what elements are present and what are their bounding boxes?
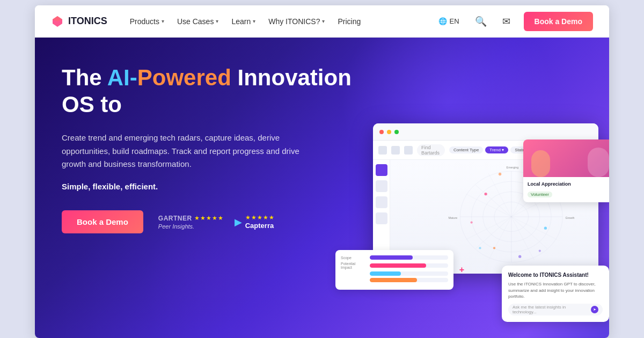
svg-point-19: [499, 173, 501, 175]
timeline-label-scope: Scope: [341, 256, 368, 260]
nav-products[interactable]: Products ▾: [125, 14, 170, 29]
svg-point-14: [544, 227, 547, 230]
sidebar-icon-1[interactable]: [376, 180, 387, 192]
language-label: EN: [449, 17, 459, 25]
hero-description: Create trend and emerging tech radars, c…: [62, 131, 309, 171]
logo-text: ITONICS: [68, 16, 107, 27]
timeline-row-3: [341, 271, 448, 276]
svg-point-16: [518, 255, 521, 258]
svg-text:Mature: Mature: [449, 216, 458, 219]
capterra-badge: ▶ ★★★★★ Capterra: [235, 214, 275, 230]
plus-icon: +: [459, 265, 464, 275]
hero-cta-row: Book a Demo Gartner ★★★★★ Peer Insights.…: [62, 210, 352, 233]
search-icon: 🔍: [475, 16, 487, 27]
timeline-bar-4: [370, 278, 417, 282]
toolbar-search[interactable]: Find Bartards: [417, 144, 445, 156]
timeline-card: Scope Potential Impact: [335, 250, 453, 290]
peer-insights-label: Peer Insights.: [158, 223, 224, 230]
search-button[interactable]: 🔍: [472, 13, 489, 30]
capterra-name: Capterra: [245, 222, 275, 230]
gartner-badge: Gartner ★★★★★ Peer Insights.: [158, 215, 224, 230]
toolbar-icon-3: [404, 146, 413, 155]
ai-send-button[interactable]: ➤: [591, 306, 598, 313]
nav-pricing[interactable]: Pricing: [332, 14, 366, 29]
card-local-tag: Volunteer: [528, 192, 552, 197]
card-body: Local Appreciation Volunteer: [523, 177, 609, 202]
send-icon: ➤: [593, 307, 596, 312]
card-person-2: [531, 150, 550, 177]
sidebar-icon-3[interactable]: [376, 212, 387, 224]
page-wrapper: ITONICS Products ▾ Use Cases ▾ Learn ▾ W…: [35, 5, 609, 338]
gartner-stars: ★★★★★: [194, 215, 224, 222]
timeline-bar-1: [370, 255, 413, 260]
nav-actions: 🌐 EN 🔍 ✉ Book a Demo: [434, 12, 593, 31]
card-image: [523, 139, 609, 177]
timeline-bar-3: [370, 271, 401, 276]
hero-section: The AI-Powered Innovation OS to Create t…: [35, 38, 609, 338]
local-appreciation-card: Local Appreciation Volunteer: [523, 139, 609, 202]
svg-point-15: [493, 247, 495, 249]
window-dot-red: [379, 130, 384, 134]
svg-point-20: [539, 249, 541, 252]
sidebar-icon-active[interactable]: [376, 164, 387, 176]
nav-learn[interactable]: Learn ▾: [226, 14, 261, 29]
capterra-stars: ★★★★★: [245, 214, 275, 221]
svg-text:Growth: Growth: [566, 216, 575, 219]
hero-powered-text: Powered: [137, 65, 231, 90]
timeline-bar-wrap-4: [370, 278, 448, 282]
hero-content: The AI-Powered Innovation OS to Create t…: [62, 64, 352, 233]
svg-point-21: [479, 247, 481, 249]
nav-use-cases[interactable]: Use Cases ▾: [172, 14, 224, 29]
gartner-label: Gartner: [158, 215, 192, 222]
svg-text:Emerging: Emerging: [507, 166, 519, 169]
hero-visuals: Find Bartards Content Type Trend ▾ Statu…: [330, 113, 609, 338]
timeline-row-4: [341, 278, 448, 282]
language-selector[interactable]: 🌐 EN: [434, 15, 463, 27]
ai-input-placeholder: Ask me the latest insights in technology…: [513, 305, 589, 314]
hero-title-part1: The: [62, 65, 107, 90]
book-demo-button-nav[interactable]: Book a Demo: [524, 12, 593, 31]
window-dot-green: [394, 130, 399, 134]
nav-products-label: Products: [130, 17, 159, 26]
app-header: [373, 123, 598, 141]
nav-why-label: Why ITONICS?: [268, 17, 320, 26]
ai-panel-title: Welcome to ITONICS Assistant!: [508, 272, 603, 278]
capterra-arrow-icon: ▶: [235, 216, 242, 228]
nav-use-cases-label: Use Cases: [177, 17, 214, 26]
svg-point-13: [484, 193, 487, 195]
book-demo-button-hero[interactable]: Book a Demo: [62, 210, 143, 233]
navbar: ITONICS Products ▾ Use Cases ▾ Learn ▾ W…: [35, 5, 609, 38]
nav-why-itonics[interactable]: Why ITONICS? ▾: [263, 14, 330, 29]
timeline-label-potential: Potential Impact: [341, 262, 368, 269]
toolbar-icon-2: [391, 146, 400, 155]
sidebar-icon-2[interactable]: [376, 196, 387, 208]
svg-point-17: [470, 221, 472, 223]
toolbar-icon-1: [378, 146, 387, 155]
chevron-down-icon-2: ▾: [216, 18, 218, 24]
toolbar-search-text: Find Bartards: [421, 145, 441, 156]
chevron-down-icon: ▾: [162, 18, 164, 24]
timeline-row-2: Potential Impact: [341, 262, 448, 269]
logo[interactable]: ITONICS: [51, 15, 107, 28]
logo-icon: [51, 15, 64, 28]
social-proof: Gartner ★★★★★ Peer Insights. ▶ ★★★★★ Cap…: [158, 214, 275, 230]
card-person-1: [588, 148, 609, 177]
timeline-bar-2: [370, 263, 426, 268]
nav-learn-label: Learn: [231, 17, 251, 26]
hero-title: The AI-Powered Innovation OS to: [62, 64, 352, 119]
card-local-title: Local Appreciation: [528, 181, 609, 187]
timeline-bar-wrap-3: [370, 271, 448, 276]
globe-icon: 🌐: [438, 17, 447, 25]
filter-pill-content-type[interactable]: Content Type: [449, 146, 483, 153]
timeline-row-1: Scope: [341, 255, 448, 260]
nav-links: Products ▾ Use Cases ▾ Learn ▾ Why ITONI…: [125, 14, 418, 29]
chevron-down-icon-3: ▾: [253, 18, 255, 24]
timeline-bar-wrap-2: [370, 263, 448, 268]
mail-icon: ✉: [502, 16, 510, 27]
mail-button[interactable]: ✉: [498, 13, 515, 30]
ai-assistant-panel: Welcome to ITONICS Assistant! Use the IT…: [502, 266, 609, 322]
hero-ai-text: AI-: [107, 65, 137, 90]
filter-pill-trend[interactable]: Trend ▾: [485, 146, 508, 153]
window-dot-yellow: [387, 130, 391, 134]
ai-input-field[interactable]: Ask me the latest insights in technology…: [508, 304, 603, 315]
